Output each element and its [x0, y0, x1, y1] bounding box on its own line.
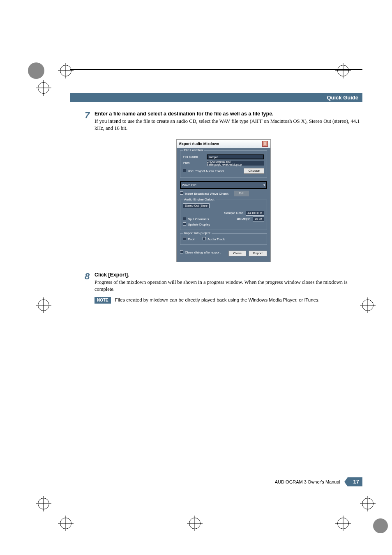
registration-mark — [337, 518, 349, 529]
sample-rate-label: Sample Rate — [224, 211, 243, 215]
path-label: Path — [183, 161, 204, 165]
stereo-out-select[interactable]: Stereo Out (Stere — [183, 203, 210, 208]
close-after-export-checkbox[interactable]: Close dialog after export — [180, 250, 221, 254]
manual-title: AUDIOGRAM 3 Owner's Manual — [275, 479, 340, 484]
page-number-badge: 17 — [344, 477, 362, 486]
step-7: 7 Enter a file name and select a destina… — [85, 111, 362, 132]
registration-mark — [38, 299, 49, 311]
pool-checkbox[interactable]: Pool — [183, 237, 194, 241]
sample-rate-select[interactable]: 44.100 kHz — [246, 211, 264, 216]
close-icon[interactable]: × — [262, 141, 268, 147]
registration-mark — [60, 518, 71, 529]
split-channels-checkbox[interactable]: Split Channels — [183, 217, 209, 221]
step-heading: Enter a file name and select a destinati… — [95, 111, 362, 117]
registration-mark — [362, 498, 374, 509]
registration-mark — [337, 65, 349, 76]
audio-engine-output-group: Audio Engine Output Stereo Out (Stere Sa… — [180, 200, 267, 230]
edit-button: Edit — [234, 191, 249, 196]
choose-button[interactable]: Choose — [244, 168, 264, 174]
step-body: Progress of the mixdown operation will b… — [95, 279, 362, 293]
import-into-project-group: Import into project Pool Audio Track — [180, 233, 267, 245]
step-number: 8 — [85, 272, 95, 304]
group-legend: File Location — [183, 148, 204, 152]
note-row: NOTE Files created by mixdown can be dir… — [95, 297, 362, 304]
update-display-checkbox[interactable]: Update Display — [183, 222, 210, 226]
step-heading: Click [Export]. — [95, 272, 362, 278]
insert-bwf-checkbox[interactable]: Insert Broadcast Wave Chunk — [180, 191, 228, 196]
file-location-group: File Location File Name sample Path C:\D… — [180, 150, 267, 178]
step-body: If you intend to use the file to create … — [95, 118, 362, 132]
print-mark — [28, 62, 44, 79]
registration-mark — [189, 518, 201, 529]
registration-mark — [362, 299, 374, 311]
file-name-field[interactable]: sample — [207, 154, 264, 159]
use-project-folder-checkbox[interactable]: Use Project Audio Folder — [183, 169, 224, 173]
dialog-titlebar: Export Audio Mixdown × — [177, 140, 270, 148]
header-divider — [70, 69, 362, 70]
section-header: Quick Guide — [70, 93, 362, 102]
file-name-label: File Name — [183, 155, 204, 159]
note-text: Files created by mixdown can be directly… — [115, 297, 320, 304]
audio-track-checkbox[interactable]: Audio Track — [203, 237, 225, 241]
file-format-select[interactable]: Wave File — [182, 183, 196, 187]
registration-mark — [38, 82, 49, 94]
print-mark — [373, 518, 388, 533]
page-footer: AUDIOGRAM 3 Owner's Manual 17 — [70, 477, 362, 486]
page-content: 7 Enter a file name and select a destina… — [85, 111, 362, 309]
group-legend: Audio Engine Output — [183, 198, 216, 201]
chevron-down-icon[interactable]: ▾ — [263, 183, 265, 187]
bit-depth-select[interactable]: 16 Bit — [253, 216, 264, 221]
bit-depth-label: Bit Depth — [237, 217, 250, 221]
step-8: 8 Click [Export]. Progress of the mixdow… — [85, 272, 362, 304]
registration-mark — [38, 498, 49, 509]
path-field[interactable]: C:\Documents and Settings\yk_exe\desktop… — [207, 161, 264, 166]
section-title: Quick Guide — [327, 94, 358, 101]
export-button[interactable]: Export — [249, 251, 267, 256]
export-audio-mixdown-dialog: Export Audio Mixdown × File Location Fil… — [176, 139, 271, 262]
note-badge: NOTE — [95, 297, 111, 304]
close-button[interactable]: Close — [228, 251, 246, 256]
dialog-title: Export Audio Mixdown — [179, 142, 219, 146]
group-legend: Import into project — [183, 231, 212, 235]
page-number: 17 — [353, 479, 359, 485]
step-number: 7 — [85, 111, 95, 132]
registration-mark — [60, 65, 71, 76]
